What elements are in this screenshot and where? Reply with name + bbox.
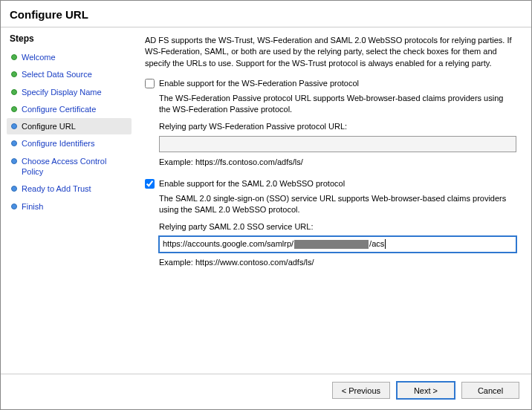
saml-url-label: Relying party SAML 2.0 SSO service URL: [159, 221, 516, 232]
saml-url-input[interactable]: https://accounts.google.com/samlrp//acs [159, 236, 516, 253]
step-configure-url[interactable]: Configure URL [7, 118, 132, 134]
redacted-segment [294, 240, 369, 249]
body: Steps WelcomeSelect Data SourceSpecify D… [1, 27, 531, 374]
wsfed-url-label: Relying party WS-Federation Passive prot… [159, 121, 516, 132]
step-bullet-icon [11, 186, 17, 192]
step-label: Configure URL [22, 121, 76, 131]
step-bullet-icon [11, 71, 17, 77]
steps-sidebar: Steps WelcomeSelect Data SourceSpecify D… [1, 27, 134, 374]
step-bullet-icon [11, 204, 17, 209]
saml-description: The SAML 2.0 single-sign-on (SSO) servic… [159, 193, 516, 216]
wsfed-description: The WS-Federation Passive protocol URL s… [159, 93, 516, 116]
content-pane: AD FS supports the WS-Trust, WS-Federati… [134, 27, 531, 374]
step-configure-certificate[interactable]: Configure Certificate [7, 101, 132, 117]
step-bullet-icon [11, 123, 17, 129]
step-bullet-icon [11, 106, 17, 112]
saml-checkbox[interactable] [145, 179, 155, 189]
steps-heading: Steps [7, 33, 134, 48]
wizard-window: Configure URL Steps WelcomeSelect Data S… [0, 0, 532, 410]
next-button[interactable]: Next > [397, 382, 455, 399]
step-label: Welcome [22, 52, 56, 62]
wsfed-url-input[interactable] [159, 136, 516, 152]
step-bullet-icon [11, 140, 17, 146]
step-label: Finish [22, 201, 43, 212]
footer: < Previous Next > Cancel [1, 374, 531, 409]
step-configure-identifiers[interactable]: Configure Identifiers [7, 135, 132, 152]
saml-section: Enable support for the SAML 2.0 WebSSO p… [145, 178, 516, 268]
saml-checkbox-label[interactable]: Enable support for the SAML 2.0 WebSSO p… [159, 178, 345, 189]
page-title: Configure URL [1, 1, 531, 27]
wsfed-checkbox-label[interactable]: Enable support for the WS-Federation Pas… [159, 78, 359, 89]
step-bullet-icon [11, 158, 17, 164]
step-ready-to-add-trust[interactable]: Ready to Add Trust [7, 180, 132, 197]
step-bullet-icon [11, 89, 17, 95]
wsfed-checkbox[interactable] [145, 79, 155, 88]
step-label: Ready to Add Trust [22, 183, 91, 194]
text-caret [385, 239, 386, 249]
step-label: Choose Access Control Policy [22, 156, 127, 178]
saml-url-suffix: /acs [369, 238, 384, 250]
step-select-data-source[interactable]: Select Data Source [7, 66, 132, 82]
step-label: Configure Identifiers [22, 138, 94, 149]
step-welcome[interactable]: Welcome [7, 49, 132, 65]
wsfed-url-example: Example: https://fs.contoso.com/adfs/ls/ [159, 157, 516, 168]
wsfed-section: Enable support for the WS-Federation Pas… [145, 78, 516, 168]
saml-url-prefix: https://accounts.google.com/samlrp/ [163, 238, 293, 250]
step-label: Select Data Source [22, 69, 92, 79]
step-bullet-icon [11, 54, 17, 60]
previous-button[interactable]: < Previous [332, 382, 390, 399]
steps-list: WelcomeSelect Data SourceSpecify Display… [7, 49, 134, 215]
step-label: Specify Display Name [22, 87, 102, 97]
intro-text: AD FS supports the WS-Trust, WS-Federati… [145, 35, 516, 69]
cancel-button[interactable]: Cancel [461, 382, 519, 399]
step-finish[interactable]: Finish [7, 198, 132, 215]
step-choose-access-control-policy[interactable]: Choose Access Control Policy [7, 153, 132, 180]
step-label: Configure Certificate [22, 104, 96, 114]
saml-url-example: Example: https://www.contoso.com/adfs/ls… [159, 257, 516, 268]
step-specify-display-name[interactable]: Specify Display Name [7, 84, 132, 100]
